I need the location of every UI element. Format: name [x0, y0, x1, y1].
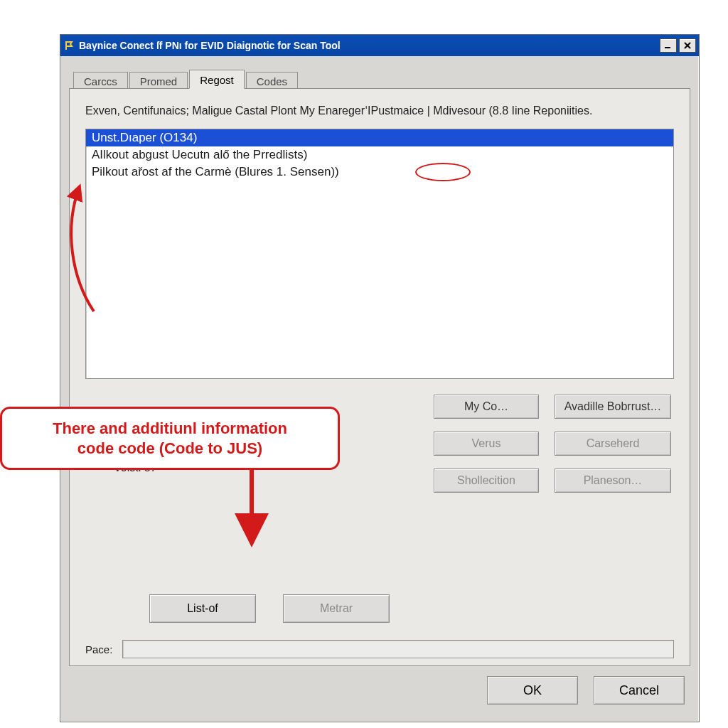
list-item[interactable]: Unst.Dıaper (O134) — [86, 129, 673, 146]
panel-description: Exven, Centifunaics; Maligue Castal Plon… — [85, 103, 674, 119]
avadille-button[interactable]: Avadille Bobrrust… — [555, 395, 671, 419]
myco-button[interactable]: My Co… — [434, 395, 539, 419]
client-area: Carccs Promed Regost Codes Exven, Centif… — [69, 69, 690, 712]
app-icon — [65, 41, 75, 50]
tab-regost[interactable]: Regost — [189, 70, 245, 89]
tab-strip: Carccs Promed Regost Codes — [69, 69, 690, 89]
mid-controls: My Co… Avadille Bobrrust… Verus Carseher… — [85, 395, 674, 523]
verus-button[interactable]: Verus — [434, 432, 539, 456]
list-item[interactable]: AIlkout abgust Uecutn alő the Prredlists… — [86, 146, 673, 164]
carseherd-button[interactable]: Carseherd — [555, 432, 671, 456]
tab-panel: Exven, Centifunaics; Maligue Castal Plon… — [69, 88, 690, 666]
cancel-button[interactable]: Cancel — [594, 676, 685, 705]
metrar-button[interactable]: Metrar — [283, 594, 390, 623]
close-button[interactable] — [679, 38, 696, 53]
listof-button[interactable]: List‑of — [149, 594, 256, 623]
progress-bar — [122, 640, 674, 658]
voisti-label: Voisti 87 — [114, 461, 156, 474]
dialog-window: Baγnice Conect ſf PNı for EVID Diaignoti… — [60, 34, 700, 722]
shollecition-button[interactable]: Shollecition — [434, 469, 539, 493]
pace-row: Pace: — [85, 640, 674, 658]
code-list[interactable]: Unst.Dıaper (O134) AIlkout abgust Uecutn… — [85, 129, 674, 379]
titlebar: Baγnice Conect ſf PNı for EVID Diaignoti… — [60, 35, 699, 56]
svg-rect-0 — [665, 47, 670, 48]
dialog-buttons: OK Cancel — [487, 676, 685, 705]
ok-button[interactable]: OK — [487, 676, 578, 705]
list-item[interactable]: Pilkout ařost af the Carmè (Blures 1. Se… — [86, 164, 673, 181]
lower-buttons: List‑of Metrar — [149, 594, 390, 623]
planeson-button[interactable]: Planeson… — [555, 469, 671, 493]
tab-codes[interactable]: Codes — [246, 72, 298, 90]
tab-carccs[interactable]: Carccs — [73, 72, 128, 90]
minimize-button[interactable] — [660, 38, 677, 53]
window-title: Baγnice Conect ſf PNı for EVID Diaignoti… — [79, 40, 660, 51]
tab-promed[interactable]: Promed — [129, 72, 188, 90]
pace-label: Pace: — [85, 643, 112, 655]
